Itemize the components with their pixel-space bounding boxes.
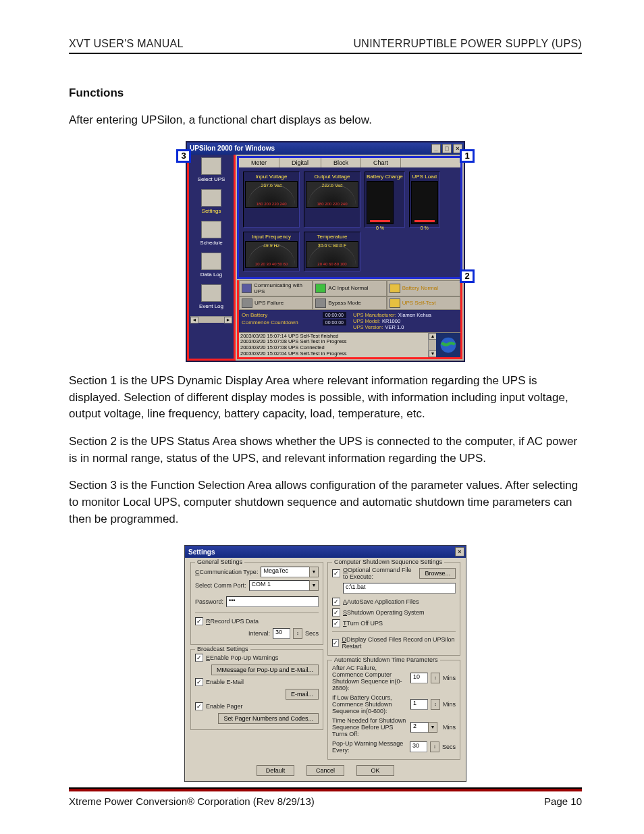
sidebar-item-settings[interactable]: Settings	[189, 189, 234, 214]
status-area: Communicating with UPS AC Input Normal B…	[237, 280, 462, 360]
panel-temperature: Temperature 30.0 C 86.0 F20 40 60 80 100	[304, 232, 360, 271]
header-left: XVT USER'S MANUAL	[69, 38, 184, 50]
comm-type-combo[interactable]: MegaTec▼	[261, 567, 319, 577]
test-icon	[390, 298, 400, 308]
status-ups-failure: UPS Failure	[239, 296, 313, 310]
dialog-close-button[interactable]: ×	[455, 547, 464, 556]
group-title: Automatic Shutdown Time Parameters	[332, 656, 440, 663]
spin-icon[interactable]: ↕	[293, 628, 302, 639]
gauge-icon: 49.9 Hz10 20 30 40 50 60	[245, 241, 298, 268]
gauge-value: 207.6 Vac	[246, 183, 297, 188]
status-comm: Communicating with UPS	[239, 280, 313, 296]
globe-icon	[436, 333, 460, 358]
ok-button[interactable]: OK	[356, 765, 394, 776]
port-combo[interactable]: COM 1▼	[249, 580, 319, 591]
dialog-titlebar[interactable]: Settings ×	[185, 546, 466, 558]
interval-input[interactable]: 30	[273, 628, 290, 639]
dropdown-icon[interactable]: ▼	[309, 567, 319, 577]
turnoff-checkbox[interactable]: ✓	[332, 619, 340, 627]
scroll-right-icon[interactable]: ►	[224, 317, 232, 323]
comm-type-value: MegaTec	[261, 567, 309, 577]
status-bypass: Bypass Mode	[313, 296, 386, 310]
cancel-button[interactable]: Cancel	[306, 765, 344, 776]
sidebar-item-data-log[interactable]: Data Log	[189, 253, 234, 278]
browse-button[interactable]: Browse...	[419, 568, 456, 579]
sidebar-item-select-ups[interactable]: Select UPS	[189, 157, 234, 182]
tab-block[interactable]: Block	[321, 158, 361, 167]
popup-label: EEnable Pop-Up Warnings	[206, 654, 278, 661]
status-text: UPS Self-Test	[402, 300, 436, 306]
para-section-2: Section 2 is the UPS Status Area shows w…	[69, 434, 582, 467]
panel-output-voltage: Output Voltage 222.6 Vac180 200 220 240	[304, 172, 360, 228]
pager-checkbox[interactable]: ✓	[195, 702, 203, 710]
scroll-left-icon[interactable]: ◄	[190, 317, 198, 323]
spin-icon[interactable]: ↕	[430, 741, 439, 752]
spin-icon[interactable]: ↕	[431, 699, 440, 710]
email-label: Enable E-Mail	[206, 679, 244, 685]
gauge-ticks: 180 200 220 240	[306, 202, 358, 206]
tab-meter[interactable]: Meter	[239, 158, 279, 167]
default-button[interactable]: Default	[257, 765, 294, 776]
tab-chart[interactable]: Chart	[361, 158, 401, 167]
panel-title: Battery Charge	[367, 174, 403, 180]
popup-every-input[interactable]: 30	[410, 741, 427, 752]
interval-unit: Secs	[305, 630, 319, 637]
display-area: Input Voltage 207.6 Vac180 200 220 240 O…	[237, 167, 462, 279]
calendar-icon	[201, 221, 221, 238]
on-battery-value: 00:00:00	[323, 312, 346, 318]
optfile-checkbox[interactable]: ✓	[332, 569, 340, 577]
header-rule	[69, 53, 582, 54]
pager-button[interactable]: Set Pager Numbers and Codes...	[218, 713, 319, 724]
countdown-value: 00:00:00	[323, 319, 346, 325]
log-scrollbar[interactable]: ▲ ▼	[428, 333, 436, 358]
footer-right: Page 10	[544, 796, 582, 807]
autosave-checkbox[interactable]: ✓	[332, 598, 340, 606]
popup-checkbox[interactable]: ✓	[195, 654, 203, 662]
gauge-ticks: 10 20 30 40 50 60	[246, 262, 297, 266]
footer-left: Xtreme Power Conversion® Corporation (Re…	[69, 796, 315, 807]
timeneeded-input[interactable]: 2	[410, 722, 428, 733]
sidebar: Select UPS Settings Schedule Data Log Ev…	[187, 155, 236, 361]
minimize-button[interactable]: _	[431, 144, 441, 153]
dropdown-icon[interactable]: ▼	[428, 722, 437, 733]
message-button[interactable]: MMessage for Pop-Up and E-Mail...	[211, 664, 319, 675]
sidebar-item-event-log[interactable]: Event Log	[189, 284, 234, 309]
group-title: Computer Shutdown Sequence Settings	[332, 558, 444, 565]
bar-icon: 0 %	[367, 181, 394, 224]
dcf-checkbox[interactable]: ✓	[332, 639, 339, 647]
list-icon	[201, 284, 221, 302]
lowbatt-input[interactable]: 1	[410, 699, 428, 710]
unit-mins: Mins	[443, 701, 456, 708]
sidebar-scroll[interactable]: ◄ ►	[190, 316, 232, 323]
gauge-value: 49.9 Hz	[246, 243, 297, 248]
email-checkbox[interactable]: ✓	[195, 678, 203, 686]
version-label: UPS Version:	[353, 324, 383, 330]
shutos-checkbox[interactable]: ✓	[332, 608, 340, 617]
maximize-button[interactable]: □	[442, 144, 452, 153]
version-value: VER 1.0	[385, 324, 404, 330]
optfile-label: OOptional Command File to Execute:	[343, 567, 417, 580]
command-file-input[interactable]: c:\1.bat	[343, 583, 456, 594]
callout-3: 3	[176, 149, 191, 163]
spin-icon[interactable]: ↕	[431, 673, 440, 683]
gauge-ticks: 20 40 60 80 100	[306, 262, 358, 266]
panel-title: Input Frequency	[245, 234, 298, 240]
password-input[interactable]: •••	[226, 596, 319, 607]
callout-1: 1	[460, 149, 475, 163]
acfail-input[interactable]: 10	[410, 673, 428, 683]
para-intro: After entering UPSilon, a functional cha…	[69, 112, 582, 129]
dropdown-icon[interactable]: ▼	[309, 580, 319, 591]
link-icon	[242, 284, 252, 293]
plug-icon	[315, 284, 326, 293]
titlebar[interactable]: UPSilon 2000 for Windows _ □ ×	[187, 142, 464, 155]
para-section-1: Section 1 is the UPS Dynamic Display Are…	[69, 373, 582, 423]
panel-title: UPS Load	[411, 174, 438, 180]
bar-value: 0 %	[412, 226, 437, 230]
timeneeded-label: Time Needed for Shutdown Sequence Before…	[332, 717, 408, 737]
tab-digital[interactable]: Digital	[279, 158, 321, 167]
email-button[interactable]: E-mail...	[286, 689, 319, 700]
panel-battery-charge: Battery Charge 0 %	[365, 172, 405, 228]
sidebar-item-schedule[interactable]: Schedule	[189, 221, 234, 246]
record-label: RRecord UPS Data	[206, 618, 259, 625]
record-checkbox[interactable]: ✓	[195, 617, 203, 625]
